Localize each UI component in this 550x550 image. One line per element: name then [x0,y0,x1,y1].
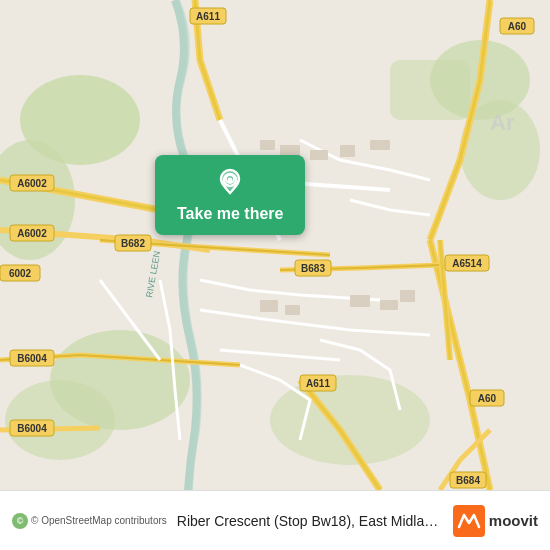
location-name: Riber Crescent (Stop Bw18), East Midland… [177,513,443,529]
svg-text:A60: A60 [478,393,497,404]
svg-text:A60: A60 [508,21,527,32]
svg-text:Ar: Ar [490,110,515,135]
moovit-label: moovit [489,512,538,529]
osm-text: © OpenStreetMap contributors [31,515,167,526]
svg-rect-5 [390,60,470,120]
svg-text:B6004: B6004 [17,353,47,364]
svg-rect-43 [285,305,300,315]
svg-rect-37 [260,140,275,150]
svg-text:A6002: A6002 [17,178,47,189]
svg-text:B6004: B6004 [17,423,47,434]
svg-text:B684: B684 [456,475,480,486]
moovit-icon [453,505,485,537]
svg-rect-40 [340,145,355,157]
svg-text:B682: B682 [121,238,145,249]
svg-text:A6002: A6002 [17,228,47,239]
svg-rect-44 [350,295,370,307]
svg-text:A611: A611 [306,378,330,389]
take-me-there-button[interactable]: Take me there [155,155,305,235]
map-container: A611 A6002 A6002 6002 B682 B683 A60 A60 … [0,0,550,490]
location-pin-icon [214,167,246,199]
button-label: Take me there [177,205,283,223]
osm-attribution: © © OpenStreetMap contributors [12,513,167,529]
svg-text:A6514: A6514 [452,258,482,269]
svg-text:B683: B683 [301,263,325,274]
svg-text:6002: 6002 [9,268,32,279]
svg-text:A611: A611 [196,11,220,22]
svg-rect-42 [260,300,278,312]
svg-rect-39 [310,150,328,160]
moovit-logo: moovit [453,505,538,537]
svg-rect-45 [380,300,398,310]
map-svg: A611 A6002 A6002 6002 B682 B683 A60 A60 … [0,0,550,490]
bottom-bar: © © OpenStreetMap contributors Riber Cre… [0,490,550,550]
svg-rect-46 [400,290,415,302]
svg-rect-41 [370,140,390,150]
osm-symbol: © [12,513,28,529]
